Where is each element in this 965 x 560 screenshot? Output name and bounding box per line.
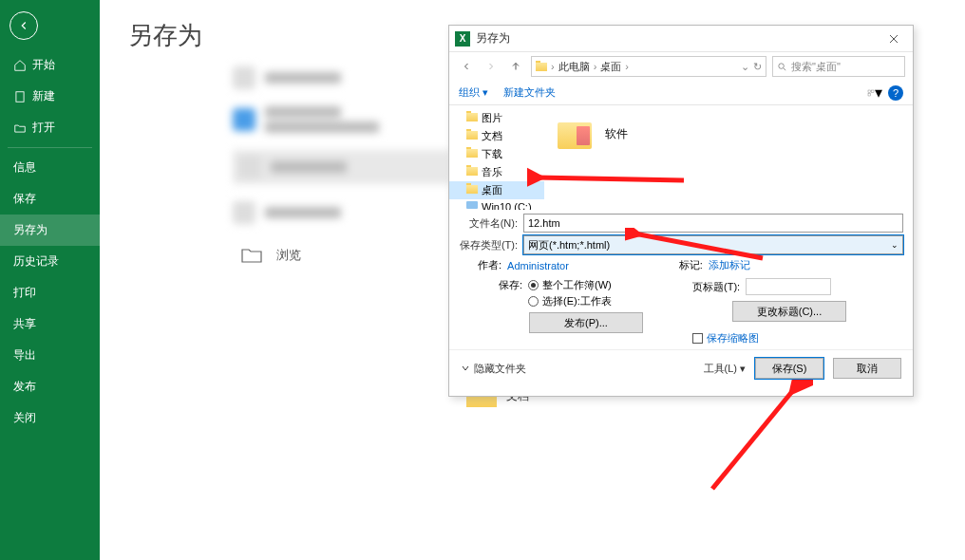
dialog-fields: 文件名(N): 保存类型(T): 网页(*.htm;*.html) ⌄ 作者: … — [449, 210, 913, 349]
search-placeholder: 搜索"桌面" — [791, 60, 841, 74]
folder-icon — [558, 115, 596, 153]
sidebar-item-home[interactable]: 开始 — [0, 49, 100, 81]
save-as-dialog: X 另存为 › 此电脑 › 桌面 › ⌄ ↻ 搜索"桌面" 组织 ▾ 新建文件夹… — [448, 25, 914, 397]
filetype-select[interactable]: 网页(*.htm;*.html) ⌄ — [523, 235, 903, 254]
sidebar-item-open[interactable]: 打开 — [0, 112, 100, 143]
help-button[interactable]: ? — [888, 85, 903, 101]
tree-item-pictures[interactable]: 图片 — [449, 109, 544, 127]
divider — [8, 147, 92, 148]
dialog-footer: 隐藏文件夹 工具(L) ▾ 保存(S) 取消 — [449, 349, 913, 386]
svg-rect-2 — [868, 90, 870, 92]
filetype-label: 保存类型(T): — [459, 238, 523, 252]
browse-button[interactable]: 浏览 — [233, 240, 309, 271]
nav-forward-button[interactable] — [482, 57, 501, 76]
sidebar-item-info[interactable]: 信息 — [0, 152, 100, 183]
view-options-button[interactable]: ▾ — [867, 85, 882, 101]
sidebar-label: 共享 — [13, 316, 36, 332]
browse-label: 浏览 — [276, 247, 301, 264]
folder-icon — [240, 246, 263, 265]
svg-point-1 — [779, 63, 785, 68]
publish-button[interactable]: 发布(P)... — [529, 312, 643, 333]
sidebar-label: 打开 — [32, 120, 55, 136]
sidebar-label: 导出 — [13, 347, 36, 364]
nav-back-button[interactable] — [457, 57, 476, 76]
folder-name: 软件 — [605, 126, 628, 142]
folder-icon — [536, 63, 547, 71]
blurred-location-list — [233, 66, 451, 218]
tags-add[interactable]: 添加标记 — [709, 258, 750, 272]
breadcrumb-item[interactable]: 桌面 — [600, 60, 621, 74]
svg-rect-4 — [868, 93, 870, 95]
sidebar-label: 保存 — [13, 191, 36, 207]
sidebar-item-share[interactable]: 共享 — [0, 308, 100, 340]
page-title-input[interactable] — [746, 278, 831, 295]
tree-item-drive-c[interactable]: Win10 (C:) — [449, 199, 544, 210]
dialog-titlebar: X 另存为 — [449, 26, 913, 52]
author-label: 作者: — [478, 258, 501, 272]
nav-up-button[interactable] — [506, 57, 525, 76]
sidebar-item-publish[interactable]: 发布 — [0, 371, 100, 402]
sidebar-label: 另存为 — [13, 222, 47, 238]
tags-label: 标记: — [679, 258, 703, 272]
filename-input[interactable] — [523, 214, 903, 233]
tree-item-documents[interactable]: 文档 — [449, 127, 544, 145]
sidebar-item-print[interactable]: 打印 — [0, 277, 100, 308]
sidebar-label: 打印 — [13, 285, 36, 301]
file-list[interactable]: 软件 — [544, 105, 913, 210]
save-label: 保存: — [499, 278, 522, 292]
sidebar-item-new[interactable]: 新建 — [0, 81, 100, 112]
close-button[interactable] — [880, 29, 907, 48]
sidebar-label: 开始 — [32, 57, 55, 73]
excel-icon: X — [455, 31, 470, 47]
folder-tree: 图片 文档 下载 音乐 桌面 Win10 (C:) — [449, 105, 544, 210]
sidebar-item-history[interactable]: 历史记录 — [0, 246, 100, 277]
radio-selection[interactable]: 选择(E):工作表 — [528, 294, 612, 308]
save-thumbnail-checkbox[interactable] — [692, 333, 703, 344]
open-icon — [13, 121, 27, 135]
tools-button[interactable]: 工具(L) ▾ — [704, 362, 746, 376]
breadcrumb-item[interactable]: 此电脑 — [558, 60, 590, 74]
dialog-toolbar: 组织 ▾ 新建文件夹 ▾ ? — [449, 81, 913, 105]
home-icon — [13, 59, 27, 72]
new-icon — [13, 90, 27, 103]
save-thumbnail-label: 保存缩略图 — [707, 331, 759, 345]
change-title-button[interactable]: 更改标题(C)... — [732, 301, 846, 322]
hide-folders-button[interactable]: 隐藏文件夹 — [461, 362, 526, 376]
sidebar-label: 发布 — [13, 379, 36, 395]
cancel-button[interactable]: 取消 — [833, 358, 901, 379]
svg-rect-3 — [872, 90, 874, 92]
sidebar-label: 新建 — [32, 88, 55, 104]
save-button[interactable]: 保存(S) — [755, 358, 823, 379]
tree-item-downloads[interactable]: 下载 — [449, 145, 544, 163]
organize-button[interactable]: 组织 ▾ — [459, 85, 488, 100]
sidebar-label: 信息 — [13, 159, 36, 176]
sidebar-item-save[interactable]: 保存 — [0, 183, 100, 215]
folder-item[interactable]: 软件 — [554, 111, 903, 157]
dialog-nav: › 此电脑 › 桌面 › ⌄ ↻ 搜索"桌面" — [449, 52, 913, 81]
sidebar-item-close[interactable]: 关闭 — [0, 402, 100, 434]
sidebar-item-export[interactable]: 导出 — [0, 340, 100, 371]
dialog-body: 图片 文档 下载 音乐 桌面 Win10 (C:) 软件 — [449, 105, 913, 210]
svg-rect-5 — [466, 201, 478, 209]
filename-label: 文件名(N): — [459, 216, 523, 231]
tree-item-desktop[interactable]: 桌面 — [449, 181, 544, 199]
sidebar-label: 历史记录 — [13, 253, 59, 270]
sidebar-item-saveas[interactable]: 另存为 — [0, 215, 100, 246]
svg-rect-0 — [16, 91, 24, 102]
search-input[interactable]: 搜索"桌面" — [772, 56, 905, 77]
address-bar[interactable]: › 此电脑 › 桌面 › ⌄ ↻ — [531, 56, 766, 77]
new-folder-button[interactable]: 新建文件夹 — [503, 85, 556, 100]
page-title-label: 页标题(T): — [692, 280, 740, 294]
radio-whole-workbook[interactable]: 整个工作簿(W) — [528, 278, 612, 292]
author-value[interactable]: Administrator — [507, 260, 569, 271]
tree-item-music[interactable]: 音乐 — [449, 163, 544, 181]
backstage-sidebar: 开始 新建 打开 信息 保存 另存为 历史记录 打印 共享 导出 发布 关闭 — [0, 0, 100, 560]
sidebar-label: 关闭 — [13, 410, 36, 426]
back-button[interactable] — [9, 11, 38, 40]
dialog-title: 另存为 — [476, 30, 880, 47]
